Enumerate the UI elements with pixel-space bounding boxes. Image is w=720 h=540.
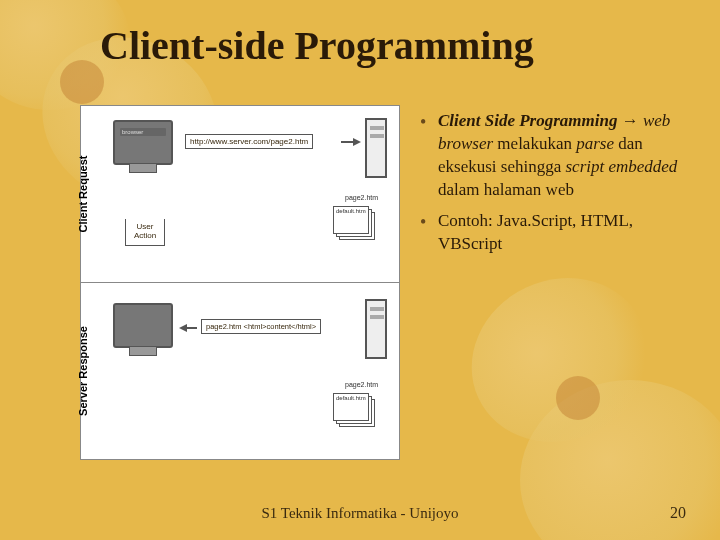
docstack-icon: default.htm bbox=[333, 206, 377, 242]
label-client-request: Client Request bbox=[77, 117, 89, 194]
docstack-icon: default.htm bbox=[333, 393, 377, 429]
decor-dot bbox=[60, 60, 104, 104]
diagram-container: Client Request browser http://www.server… bbox=[80, 105, 400, 460]
decor-dot bbox=[556, 376, 600, 420]
arrow-left-icon bbox=[181, 327, 197, 329]
user-action-arrow: UserAction bbox=[125, 218, 165, 246]
diagram-server-response: Server Response page2.htm <html>content<… bbox=[81, 283, 399, 460]
file-label: page2.htm bbox=[345, 194, 378, 201]
arrow-right-icon bbox=[341, 141, 359, 143]
decor-petal bbox=[445, 249, 676, 470]
list-item: Contoh: Java.Script, HTML, VBScript bbox=[420, 210, 700, 256]
response-box: page2.htm <html>content</html> bbox=[201, 319, 321, 334]
server-tower-icon bbox=[365, 118, 387, 178]
client-monitor-icon bbox=[113, 303, 173, 348]
label-server-response: Server Response bbox=[77, 281, 89, 371]
diagram-client-request: Client Request browser http://www.server… bbox=[81, 106, 399, 283]
slide-title: Client-side Programming bbox=[100, 22, 534, 69]
footer-text: S1 Teknik Informatika - Unijoyo bbox=[0, 505, 720, 522]
client-monitor-icon: browser bbox=[113, 120, 173, 165]
url-box: http://www.server.com/page2.htm bbox=[185, 134, 313, 149]
browser-hint: browser bbox=[120, 128, 166, 136]
user-action-label: UserAction bbox=[126, 219, 164, 241]
bullet-list: Client Side Programming → web browser me… bbox=[420, 110, 700, 264]
list-item: Client Side Programming → web browser me… bbox=[420, 110, 700, 202]
page-number: 20 bbox=[670, 504, 686, 522]
file-label: page2.htm bbox=[345, 381, 378, 388]
server-tower-icon bbox=[365, 299, 387, 359]
